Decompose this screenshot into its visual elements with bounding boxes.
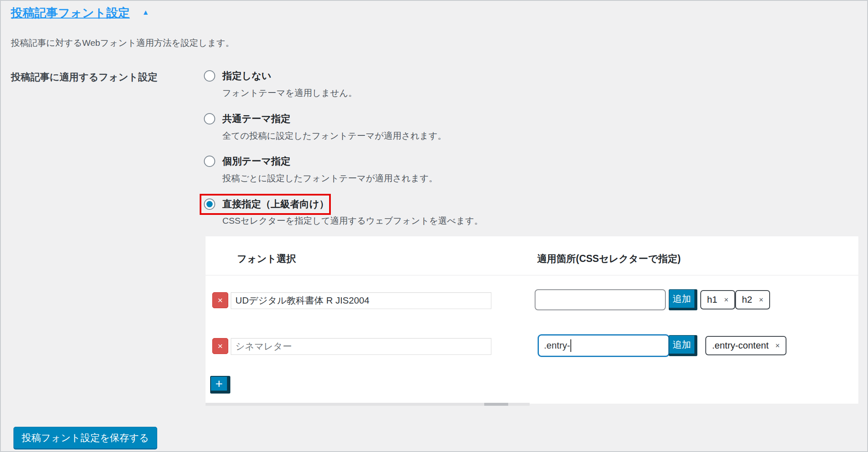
add-selector-button[interactable]: 追加 xyxy=(669,335,697,356)
radio-label-common-theme[interactable]: 共通テーマ指定 xyxy=(222,113,290,124)
css-selector-input-value: .entry- xyxy=(544,340,570,351)
radio-desc-common-theme: 全ての投稿に設定したフォントテーマが適用されます。 xyxy=(222,130,446,141)
settings-page: 投稿記事フォント設定 ▲ 投稿記事に対するWebフォント適用方法を設定します。 … xyxy=(0,0,868,452)
tag-remove-icon[interactable]: × xyxy=(724,296,728,304)
header-divider xyxy=(206,275,858,275)
remove-row-button[interactable]: × xyxy=(212,292,228,308)
font-selector-table: フォント選択 適用箇所(CSSセレクターで指定) × 追加 h1 × h2 × … xyxy=(206,236,858,404)
section-title-link[interactable]: 投稿記事フォント設定 xyxy=(11,5,130,21)
add-row-button[interactable]: + xyxy=(210,376,230,394)
radio-desc-no-font: フォントテーマを適用しません。 xyxy=(222,87,357,98)
section-description: 投稿記事に対するWebフォント適用方法を設定します。 xyxy=(11,37,234,49)
font-name-input[interactable] xyxy=(231,338,491,355)
radio-desc-direct-css: CSSセレクターを指定して適用するウェブフォントを選べます。 xyxy=(222,215,483,226)
selector-tag-text: h2 xyxy=(742,294,752,305)
selector-tag: .entry-content × xyxy=(705,336,786,355)
radio-label-no-font[interactable]: 指定しない xyxy=(222,70,272,82)
radio-common-theme[interactable] xyxy=(204,113,215,124)
radio-desc-individual-theme: 投稿ごとに設定したフォントテーマが適用されます。 xyxy=(222,173,438,184)
css-selector-input[interactable] xyxy=(535,289,666,310)
selector-tag-text: .entry-content xyxy=(712,340,769,351)
radio-no-font[interactable] xyxy=(204,70,215,82)
horizontal-scrollbar-thumb[interactable] xyxy=(484,403,508,406)
add-selector-button[interactable]: 追加 xyxy=(669,289,697,310)
collapse-arrow-icon[interactable]: ▲ xyxy=(142,8,149,17)
save-settings-button[interactable]: 投稿フォント設定を保存する xyxy=(13,427,157,449)
column-header-selector: 適用箇所(CSSセレクターで指定) xyxy=(537,252,681,265)
selector-tag: h1 × xyxy=(700,290,735,309)
horizontal-scrollbar-track xyxy=(206,403,530,406)
css-selector-input-focused[interactable]: .entry- xyxy=(538,334,670,357)
setting-row-label: 投稿記事に適用するフォント設定 xyxy=(11,71,158,84)
column-header-font: フォント選択 xyxy=(237,252,296,265)
radio-label-individual-theme[interactable]: 個別テーマ指定 xyxy=(222,155,290,167)
text-cursor xyxy=(570,339,571,352)
selector-tag-text: h1 xyxy=(707,294,717,305)
font-name-input[interactable] xyxy=(231,292,491,309)
tag-remove-icon[interactable]: × xyxy=(776,341,780,350)
selector-tag: h2 × xyxy=(735,290,770,309)
radio-individual-theme[interactable] xyxy=(204,156,215,167)
red-highlight-annotation xyxy=(200,194,331,215)
remove-row-button[interactable]: × xyxy=(212,338,228,354)
tag-remove-icon[interactable]: × xyxy=(759,296,763,304)
